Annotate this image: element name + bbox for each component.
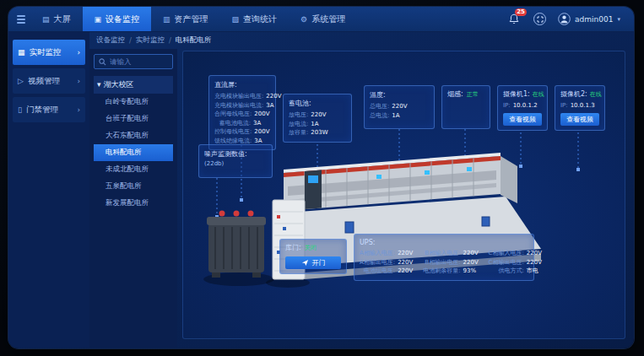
temperature-panel: 温度: 总电压:220V 总电流:1A xyxy=(364,85,435,129)
breadcrumb-separator: / xyxy=(169,36,171,45)
tree-item-substation[interactable]: 台班子配电所 xyxy=(94,111,173,127)
door-status: 关闭 xyxy=(305,244,317,253)
notification-bell-button[interactable]: 25 xyxy=(508,13,522,26)
sidebar-item-video-management[interactable]: ▷ 视频管理 › xyxy=(13,68,85,94)
metric-value: 220V xyxy=(463,258,480,267)
sidebar-item-access-control[interactable]: ▯ 门禁管理 › xyxy=(13,97,85,122)
metric-label: B相输入电压: xyxy=(423,249,460,258)
panel-title: 蓄电池: xyxy=(289,99,346,108)
ups-phase-b-column: B相输入电压:220V B相输出电压:220V 电池剩余容量:93% xyxy=(423,249,479,276)
panel-title: 直流屏: xyxy=(214,80,270,89)
asset-icon: ▥ xyxy=(163,15,170,24)
panel-title: UPS: xyxy=(360,239,528,246)
avatar xyxy=(558,13,571,25)
panel-title: 噪声监测数值: xyxy=(204,149,267,159)
metric-value: 220V xyxy=(398,249,414,258)
left-sidebar: ▦ 实时监控 › ▷ 视频管理 › ▯ 门禁管理 › xyxy=(8,32,89,348)
metric-label: C相输入电压: xyxy=(489,249,524,258)
metric-value: 1A xyxy=(311,120,327,129)
nav-item-label: 资产管理 xyxy=(175,13,208,25)
ip-label: IP: xyxy=(503,101,511,111)
noise-monitor-panel: 噪声监测数值: (22db) xyxy=(198,144,273,178)
metric-value: 220V xyxy=(311,111,327,120)
nav-item-device-monitor[interactable]: ▣ 设备监控 xyxy=(83,7,152,31)
statistics-icon: ▨ xyxy=(232,15,240,24)
chevron-right-icon: › xyxy=(77,48,80,57)
open-door-button[interactable]: 开门 xyxy=(285,256,341,269)
metric-value: 220V xyxy=(392,102,409,111)
sidebar-item-label: 视频管理 xyxy=(28,76,73,87)
tree-item-substation[interactable]: 白岭专配电所 xyxy=(94,94,173,111)
door-control-panel: 库门: 关闭 开门 xyxy=(279,239,347,274)
search-icon xyxy=(99,58,106,66)
metric-value: 220V xyxy=(266,92,283,101)
camera1-panel: 摄像机1: 在线 IP: 10.0.1.2 查看视频 xyxy=(497,85,548,131)
ups-phase-c-column: C相输入电压:220V C相输出电压:220V 供电方式:市电 xyxy=(489,249,544,276)
nav-item-label: 大屏 xyxy=(54,13,71,25)
smoke-status: 正常 xyxy=(467,90,479,100)
metric-value: 220V xyxy=(527,258,544,267)
user-menu[interactable]: admin001 ▾ xyxy=(558,13,620,25)
app-window: ▤ 大屏 ▣ 设备监控 ▥ 资产管理 ▨ 查询统计 ⚙ 系统管理 25 xyxy=(8,7,634,348)
gear-icon: ⚙ xyxy=(300,15,307,24)
metric-label: B相输出电压: xyxy=(423,258,460,267)
sidebar-item-label: 实时监控 xyxy=(30,47,73,58)
tree-item-substation[interactable]: 大石东配电所 xyxy=(94,127,173,144)
battery-panel: 蓄电池: 放电压:220V 放电流:1A 放容量:203W xyxy=(283,94,352,143)
panel-title: 温度: xyxy=(370,90,429,100)
breadcrumb: 设备监控 / 实时监控 / 电科配电所 xyxy=(89,32,634,49)
metric-value: 203W xyxy=(311,128,327,138)
scene-3d-view: 直流屏: 充电模块输出电压:220V 充电模块输出电流:3A 合闸母线电压:20… xyxy=(182,51,625,339)
metric-label: 蓄电池电流: xyxy=(214,119,251,128)
breadcrumb-item-current: 电科配电所 xyxy=(176,35,212,46)
metric-label: 放电流: xyxy=(289,120,308,129)
metric-value: 220V xyxy=(527,249,544,258)
tree-item-substation[interactable]: 新发展配电所 xyxy=(94,195,173,212)
tree-item-substation-selected[interactable]: 电科配电所 xyxy=(94,144,173,161)
tree-item-substation[interactable]: 五泉配电所 xyxy=(94,178,173,195)
sidebar-item-label: 门禁管理 xyxy=(26,105,73,116)
search-input[interactable] xyxy=(110,57,168,66)
smoke-sensor-panel: 烟感: 正常 xyxy=(441,85,490,129)
metric-value: 市电 xyxy=(527,267,544,276)
metric-value: 3A xyxy=(253,119,270,128)
desktop-background: ▤ 大屏 ▣ 设备监控 ▥ 资产管理 ▨ 查询统计 ⚙ 系统管理 25 xyxy=(0,0,644,356)
tree-group-campus[interactable]: ▾ 湖大校区 xyxy=(94,76,173,94)
header-actions: 25 admin001 ▾ xyxy=(508,7,634,31)
view-video-button[interactable]: 查看视频 xyxy=(560,113,599,126)
tree-item-substation[interactable]: 未成北配电所 xyxy=(94,161,173,178)
metric-value: 93% xyxy=(463,267,480,276)
camera2-panel: 摄像机2: 在线 IP: 10.0.1.3 查看视频 xyxy=(555,85,605,131)
sidebar-item-realtime-monitor[interactable]: ▦ 实时监控 › xyxy=(13,40,85,65)
breadcrumb-item[interactable]: 设备监控 xyxy=(96,35,125,46)
user-name: admin001 xyxy=(575,15,613,24)
metric-value: 200V xyxy=(254,127,271,137)
metric-label: 充电模块输出电流: xyxy=(214,101,263,111)
nav-item-dashboard[interactable]: ▤ 大屏 xyxy=(30,7,83,31)
metric-label: 总电压: xyxy=(370,102,389,111)
metric-label: 电池组电压: xyxy=(360,267,395,276)
door-icon: ▯ xyxy=(18,105,22,114)
view-video-button[interactable]: 查看视频 xyxy=(503,113,542,126)
monitor-grid-icon: ▦ xyxy=(18,48,25,57)
breadcrumb-separator: / xyxy=(129,36,132,45)
collapse-caret-icon: ▾ xyxy=(97,80,101,89)
metric-label: 供电方式: xyxy=(489,267,524,276)
metric-value: 220V xyxy=(463,249,480,258)
noise-value: (22db) xyxy=(204,160,267,167)
nav-item-system-management[interactable]: ⚙ 系统管理 xyxy=(289,7,357,31)
chevron-down-icon: ▾ xyxy=(617,16,620,23)
nav-item-asset-management[interactable]: ▥ 资产管理 xyxy=(151,7,220,31)
nav-item-query-statistics[interactable]: ▨ 查询统计 xyxy=(220,7,290,31)
ups-phase-a-column: A相输入电压:220V A相输出电压:220V 电池组电压:220V xyxy=(360,249,414,276)
chevron-right-icon: › xyxy=(77,77,80,85)
metric-value: 3A xyxy=(266,101,283,111)
breadcrumb-item[interactable]: 实时监控 xyxy=(136,35,165,46)
metric-label: 电池剩余容量: xyxy=(423,267,460,276)
fullscreen-button[interactable] xyxy=(533,13,546,25)
camera-status: 在线 xyxy=(590,90,602,100)
top-nav-bar: ▤ 大屏 ▣ 设备监控 ▥ 资产管理 ▨ 查询统计 ⚙ 系统管理 25 xyxy=(8,7,634,32)
metric-label: C相输出电压: xyxy=(489,258,524,267)
metric-label: 控制母线电压: xyxy=(214,127,252,137)
tree-group-label: 湖大校区 xyxy=(103,80,133,89)
